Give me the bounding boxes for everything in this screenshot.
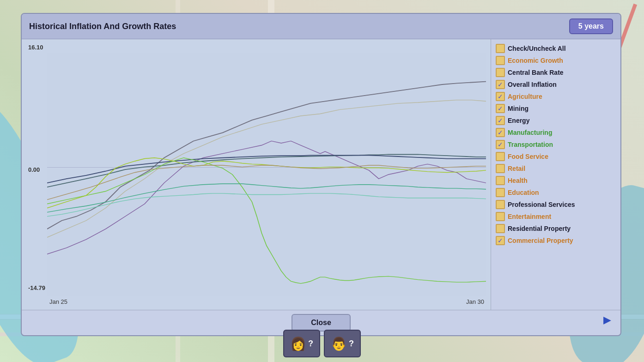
- legend-label: Food Service: [508, 153, 548, 160]
- legend-item[interactable]: Professional Services: [496, 199, 616, 210]
- legend-label: Education: [508, 189, 539, 196]
- question-mark-1: ?: [308, 339, 313, 349]
- legend-label: Agriculture: [508, 93, 542, 100]
- legend-item[interactable]: Economic Growth: [496, 55, 616, 66]
- legend-label: Check/Uncheck All: [508, 45, 566, 52]
- bottom-bar: 👩 ? 👨 ?: [283, 330, 361, 357]
- legend-checkbox[interactable]: [496, 188, 505, 197]
- legend-item[interactable]: ✓Energy: [496, 115, 616, 126]
- legend-item[interactable]: ✓Manufacturing: [496, 127, 616, 138]
- character-button-1[interactable]: 👩 ?: [283, 330, 320, 357]
- chart-y-min-label: -14.79: [28, 284, 45, 291]
- legend-label: Central Bank Rate: [508, 69, 564, 76]
- legend-label: Health: [508, 177, 528, 184]
- legend-item[interactable]: ✓Commercial Property: [496, 235, 616, 246]
- dialog-title: Historical Inflation And Growth Rates: [29, 22, 176, 31]
- cursor-icon: ▶: [603, 314, 611, 326]
- char-face-2: 👨: [331, 336, 347, 351]
- close-button[interactable]: Close: [292, 314, 351, 332]
- legend-item[interactable]: ✓Transportation: [496, 139, 616, 150]
- legend-checkbox[interactable]: [496, 68, 505, 77]
- legend-checkbox[interactable]: ✓: [496, 92, 505, 101]
- chart-x-end-label: Jan 30: [466, 298, 484, 305]
- legend-checkbox[interactable]: ✓: [496, 104, 505, 113]
- legend-item[interactable]: ✓Agriculture: [496, 91, 616, 102]
- legend-checkbox[interactable]: [496, 176, 505, 185]
- legend-label: Professional Services: [508, 201, 575, 208]
- question-mark-2: ?: [349, 339, 354, 349]
- dialog-body: 16.10 0.00 -14.79 Jan 25 Jan 30: [22, 39, 620, 310]
- legend-item[interactable]: Check/Uncheck All: [496, 43, 616, 54]
- chart-area: 16.10 0.00 -14.79 Jan 25 Jan 30: [22, 39, 491, 310]
- chart-svg: [47, 53, 486, 296]
- char-face-1: 👩: [290, 336, 306, 351]
- legend-label: Retail: [508, 165, 525, 172]
- legend-checkbox[interactable]: [496, 56, 505, 65]
- legend-label: Energy: [508, 117, 529, 124]
- legend-item[interactable]: ✓Mining: [496, 103, 616, 114]
- chart-y-zero-label: 0.00: [28, 166, 40, 173]
- legend-label: Residential Property: [508, 225, 571, 232]
- legend-label: Overall Inflation: [508, 81, 557, 88]
- legend-item[interactable]: Entertainment: [496, 211, 616, 222]
- years-button[interactable]: 5 years: [569, 18, 613, 34]
- legend-checkbox[interactable]: [496, 164, 505, 173]
- legend-item[interactable]: Health: [496, 175, 616, 186]
- legend-item[interactable]: Central Bank Rate: [496, 67, 616, 78]
- legend-label: Commercial Property: [508, 237, 573, 244]
- historical-inflation-dialog: Historical Inflation And Growth Rates 5 …: [21, 13, 621, 336]
- legend-checkbox[interactable]: ✓: [496, 80, 505, 89]
- legend-label: Transportation: [508, 141, 553, 148]
- legend-checkbox[interactable]: [496, 152, 505, 161]
- legend-label: Mining: [508, 105, 529, 112]
- legend-panel: Check/Uncheck AllEconomic GrowthCentral …: [491, 39, 620, 310]
- svg-rect-0: [47, 53, 486, 296]
- legend-checkbox[interactable]: [496, 212, 505, 221]
- legend-item[interactable]: Residential Property: [496, 223, 616, 234]
- chart-x-start-label: Jan 25: [49, 298, 67, 305]
- legend-label: Manufacturing: [508, 129, 552, 136]
- legend-label: Entertainment: [508, 213, 551, 220]
- legend-label: Economic Growth: [508, 57, 563, 64]
- legend-checkbox[interactable]: ✓: [496, 140, 505, 149]
- legend-item[interactable]: Food Service: [496, 151, 616, 162]
- chart-y-max-label: 16.10: [28, 44, 43, 51]
- legend-item[interactable]: ✓Overall Inflation: [496, 79, 616, 90]
- dialog-header: Historical Inflation And Growth Rates 5 …: [22, 14, 620, 39]
- character-button-2[interactable]: 👨 ?: [324, 330, 361, 357]
- legend-checkbox[interactable]: [496, 44, 505, 53]
- legend-checkbox[interactable]: ✓: [496, 236, 505, 245]
- legend-item[interactable]: Retail: [496, 163, 616, 174]
- legend-item[interactable]: Education: [496, 187, 616, 198]
- legend-checkbox[interactable]: ✓: [496, 116, 505, 125]
- legend-checkbox[interactable]: [496, 200, 505, 209]
- legend-checkbox[interactable]: [496, 224, 505, 233]
- legend-checkbox[interactable]: ✓: [496, 128, 505, 137]
